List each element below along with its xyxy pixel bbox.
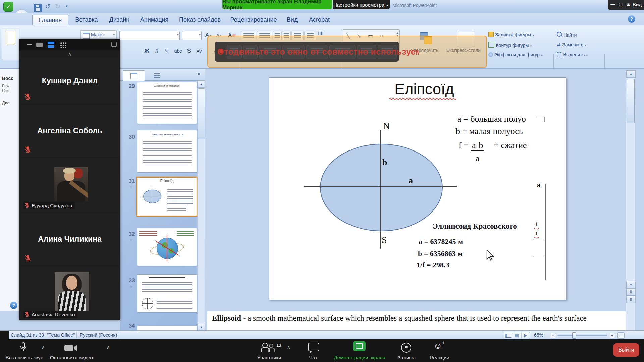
bold-button[interactable]: Ж — [142, 46, 151, 56]
participant-tile[interactable]: Кушнир Данил — [20, 58, 119, 104]
share-screen-icon[interactable] — [353, 341, 366, 351]
slide-scrollbar[interactable]: ▲ ▼ ⇈ ⇊ — [626, 70, 635, 330]
char-spacing-button[interactable]: AV — [194, 46, 205, 56]
reactions-icon[interactable]: ☺ — [433, 341, 442, 351]
notes-pane[interactable]: Ellipsoid - a smooth mathematical surfac… — [207, 311, 626, 331]
slide-thumbnail-31-selected[interactable]: Еліпсоїд — [136, 177, 198, 217]
participants-button[interactable]: Участники — [248, 355, 290, 360]
slide-thumbnail-32[interactable] — [137, 228, 197, 266]
previous-slide-icon[interactable]: ⇈ — [626, 288, 636, 296]
strikethrough-button[interactable]: abc — [172, 46, 184, 56]
mute-options-icon[interactable]: ∧ — [42, 345, 45, 350]
layout-button[interactable]: Макет ▾ — [80, 30, 117, 40]
view-button[interactable]: Вид — [633, 2, 642, 7]
text-direction-button[interactable]: ІІІІ — [318, 30, 324, 36]
redo-icon[interactable]: ↻ — [55, 3, 60, 10]
font-size-select[interactable]: ▾ — [182, 31, 202, 40]
view-buttons[interactable] — [504, 332, 530, 339]
scroll-up-icon[interactable]: ▲ — [626, 70, 636, 78]
camera-icon[interactable] — [64, 344, 78, 352]
tab-acrobat[interactable]: Acrobat — [305, 15, 333, 25]
pop-out-icon[interactable] — [111, 42, 117, 47]
shadow-button[interactable]: S — [185, 46, 193, 56]
find-button[interactable]: Найти — [557, 32, 600, 39]
reactions-button[interactable]: Реакции — [425, 355, 455, 360]
view-settings-button[interactable]: Настройки просмотра ⌄ — [333, 0, 390, 9]
scrollbar-thumb[interactable] — [627, 79, 635, 123]
normal-view-icon[interactable] — [504, 332, 513, 339]
participant-tile[interactable]: Едуард Сундуков — [20, 158, 119, 212]
shape-effects-button[interactable]: Эффекты для фигур ▾ — [488, 52, 552, 59]
language-indicator[interactable]: Русский (Россия) — [80, 332, 117, 338]
microphone-icon[interactable] — [19, 342, 28, 353]
zoom-level[interactable]: 65% — [534, 332, 543, 338]
participant-tile[interactable]: Anastasia Revenko — [20, 266, 119, 320]
shape-fill-button[interactable]: Заливка фигуры ▾ — [488, 32, 549, 39]
next-slide-icon[interactable]: ⇊ — [626, 296, 636, 303]
participants-options-icon[interactable]: ∧ — [287, 345, 290, 350]
participant-tile[interactable]: Ангеліна Соболь — [20, 105, 119, 157]
scroll-up-icon[interactable]: ▲ — [197, 80, 205, 88]
underline-button[interactable]: Ч — [162, 46, 171, 56]
zoom-out-icon[interactable]: − — [550, 333, 556, 338]
tab-view[interactable]: Вид — [282, 15, 302, 25]
qat-dropdown-icon[interactable]: ▾ — [66, 4, 68, 8]
participant-tile[interactable]: Алина Чиликина — [20, 213, 119, 265]
chat-button[interactable]: Чат — [301, 355, 325, 360]
font-name-select[interactable]: ▾ — [119, 31, 180, 40]
tab-slideshow[interactable]: Показ слайдов — [175, 15, 225, 25]
share-screen-button[interactable]: Демонстрация экрана — [330, 355, 389, 360]
slide-thumbnail-29[interactable]: Еліпсоїд обертання — [137, 82, 197, 124]
slide-thumbnail-34[interactable] — [137, 326, 197, 331]
minimize-panel-icon[interactable]: — — [27, 41, 32, 47]
tab-slides[interactable] — [123, 70, 145, 81]
stop-video-button[interactable]: Остановить видео — [46, 355, 97, 360]
slide-title[interactable]: Еліпсоїд — [366, 80, 483, 98]
paste-button[interactable] — [2, 29, 19, 60]
mute-button[interactable]: Выключить звук — [1, 355, 48, 360]
thumbnail-scrollbar[interactable]: ▲ ▼ — [197, 80, 205, 330]
collapse-panel-icon[interactable]: ∧ — [64, 51, 75, 57]
select-button[interactable]: Выделить ▾ — [557, 52, 607, 59]
shape-outline-button[interactable]: Контур фигуры ▾ — [488, 42, 549, 49]
fit-window-icon[interactable] — [617, 332, 625, 339]
close-pane-icon[interactable]: ✕ — [197, 72, 201, 76]
italic-button[interactable]: К — [152, 46, 161, 56]
video-options-icon[interactable]: ∧ — [107, 345, 110, 350]
tab-animation[interactable]: Анимация — [137, 15, 172, 25]
chat-icon[interactable] — [308, 343, 319, 351]
zoom-slider-thumb[interactable] — [572, 332, 576, 339]
help-icon[interactable]: ? — [628, 15, 635, 23]
undo-icon[interactable]: ↺ — [45, 3, 50, 10]
gallery-view-icon[interactable] — [60, 42, 66, 48]
minimize-icon[interactable]: — — [610, 1, 615, 7]
replace-button[interactable]: ⇄ Заменить ▾ — [557, 42, 607, 49]
tab-review[interactable]: Рецензирование — [228, 15, 279, 25]
record-button[interactable]: Запись — [392, 355, 420, 360]
tab-design[interactable]: Дизайн — [105, 15, 133, 25]
speaker-view-icon[interactable] — [36, 43, 43, 47]
scroll-down-icon[interactable]: ▼ — [197, 324, 205, 331]
zoom-slider-track[interactable] — [557, 335, 607, 336]
leave-button[interactable]: Выйти — [613, 343, 639, 357]
tab-insert[interactable]: Вставка — [71, 15, 102, 25]
strip-view-icon[interactable] — [48, 42, 54, 48]
ellipse-shape[interactable] — [320, 144, 443, 231]
zoom-in-icon[interactable]: + — [609, 333, 615, 338]
slideshow-icon[interactable] — [522, 332, 530, 339]
tab-outline[interactable] — [146, 70, 168, 80]
fullscreen-icon[interactable]: ▢ — [619, 2, 623, 7]
slide-thumbnail-30[interactable]: Поверхность относимости — [137, 130, 197, 172]
record-icon[interactable] — [401, 343, 411, 353]
tab-home[interactable]: Главная — [32, 15, 68, 25]
save-icon[interactable] — [34, 4, 42, 12]
slide-sorter-icon[interactable] — [513, 332, 522, 339]
slide-thumbnail-33[interactable] — [137, 274, 197, 312]
participant-video — [54, 167, 88, 202]
recovery-help-icon[interactable]: ? — [10, 302, 17, 309]
participants-icon[interactable] — [261, 343, 274, 352]
scrollbar-thumb[interactable] — [198, 88, 205, 139]
scroll-down-icon[interactable]: ▼ — [626, 281, 636, 288]
vertical-axis — [380, 130, 381, 249]
annotation-check-icon[interactable]: ✓ — [3, 2, 13, 12]
